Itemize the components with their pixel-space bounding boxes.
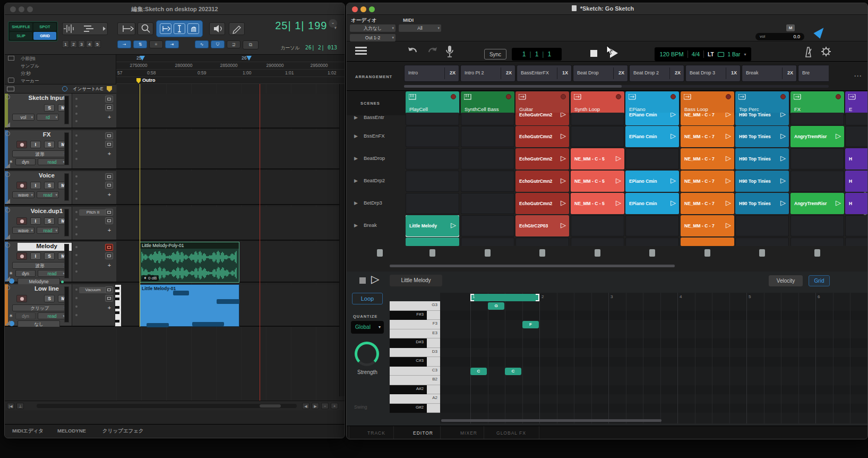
dual-window-icon[interactable]: ⧉ — [243, 40, 259, 49]
solo-button[interactable]: S — [44, 182, 55, 189]
insert-slot-dot[interactable] — [75, 297, 78, 299]
piano-key-A2[interactable]: A2 — [390, 394, 440, 404]
cell-play-icon[interactable]: ▷ — [616, 154, 621, 162]
piano-key-B2[interactable]: B2 — [390, 376, 440, 385]
comments-icon[interactable] — [105, 104, 113, 111]
mini-vol-select[interactable]: vol▾ — [12, 114, 35, 121]
right-titlebar[interactable]: *Sketch: Go Sketch — [347, 3, 867, 15]
ruler-label-bars[interactable]: 小節|拍 — [21, 56, 36, 62]
clip-cell-h[interactable]: H▷ — [845, 193, 868, 214]
scene-column-synthcell-bass[interactable]: SynthCell Bass — [461, 91, 514, 115]
monitor-mute-badge[interactable]: M — [786, 24, 795, 31]
clip-cell-epiano-cmin[interactable]: EPiano Cmin▷ — [625, 113, 679, 125]
piano-key-white-part[interactable] — [427, 404, 440, 413]
empty-cell[interactable] — [461, 126, 514, 147]
column-stop-button[interactable] — [649, 249, 655, 257]
piano-key-A#2[interactable]: A#2 — [390, 385, 427, 395]
scroll-left-icon[interactable]: ◀ — [302, 403, 310, 409]
insert-slot-dot[interactable] — [75, 226, 78, 228]
add-insert-icon[interactable]: + — [106, 191, 113, 198]
metronome-icon[interactable] — [802, 46, 814, 58]
grid-horizontal-scrollbar[interactable] — [390, 265, 675, 267]
track-header-melody[interactable]: Melody▾ISM波形▾∗dynread▾Melodyne+ — [5, 242, 116, 283]
empty-cell[interactable] — [790, 238, 844, 246]
mode-grid[interactable]: GRID — [33, 32, 56, 40]
row-play-icon[interactable]: ▶ — [354, 200, 358, 206]
input-monitor-button[interactable]: I — [30, 252, 41, 260]
piano-key-G3[interactable]: G3 — [390, 301, 440, 311]
editor-horizontal-scrollbar[interactable] — [441, 419, 661, 422]
snap-icon[interactable]: ⊒ — [227, 40, 240, 48]
empty-cell[interactable] — [571, 113, 624, 125]
marker-outro[interactable]: Outro — [136, 78, 179, 84]
piano-key-white-part[interactable] — [427, 338, 440, 348]
cell-play-icon[interactable]: ▷ — [836, 199, 841, 207]
clip-cell-angrytremrisr[interactable]: AngryTremRisr▷ — [790, 193, 844, 214]
grid-row-label-BetDrp3[interactable]: ▶BetDrp3 — [351, 193, 404, 214]
input-monitor-button[interactable]: I — [30, 182, 41, 189]
empty-cell[interactable] — [790, 215, 844, 236]
piano-key-D#3[interactable]: D#3 — [390, 338, 427, 348]
audio-output-select[interactable]: Out 1-2▾ — [350, 34, 396, 41]
piano-key-C3[interactable]: C3 — [390, 367, 440, 376]
clip-gain-badge[interactable]: ✦ 0 dB — [141, 275, 159, 281]
insert-slot-dot[interactable] — [75, 134, 78, 137]
empty-cell[interactable] — [461, 113, 514, 125]
track-lane-3[interactable] — [116, 207, 345, 241]
empty-cell[interactable] — [845, 238, 868, 246]
clip-cell-echgtrc2p03[interactable]: EchGtrC2P03▷ — [515, 215, 569, 236]
empty-cell[interactable] — [571, 238, 624, 246]
vertical-scrollbar[interactable]: ▾ — [339, 56, 345, 396]
piano-roll-grid[interactable]: 123456CGCF — [440, 293, 868, 423]
piano-key-F3[interactable]: F3 — [390, 320, 440, 329]
track-freeze-icon[interactable] — [5, 172, 10, 177]
empty-cell[interactable] — [735, 238, 789, 246]
track-lane-2[interactable] — [116, 171, 345, 205]
left-titlebar[interactable]: 編集:Sketch on desktop 202312 — [5, 3, 345, 15]
scroll-home-icon[interactable]: |◀ — [7, 403, 14, 409]
cell-play-icon[interactable]: ▷ — [836, 132, 841, 140]
piano-key-white-part[interactable] — [427, 385, 440, 395]
cell-play-icon[interactable]: ▷ — [616, 176, 621, 184]
arrangement-scrollbar-handle[interactable] — [404, 85, 622, 88]
insert-slot-dot[interactable] — [75, 314, 78, 316]
empty-cell[interactable] — [406, 126, 459, 147]
add-insert-icon[interactable]: + — [106, 114, 113, 120]
cell-play-icon[interactable]: ▷ — [671, 132, 676, 140]
track-window-icon[interactable] — [105, 173, 113, 180]
clip-cell-ne-mm-c-5[interactable]: NE_MM - C - 5▷ — [571, 193, 624, 214]
scene-column-playcell[interactable]: PlayCell — [406, 91, 459, 115]
clip-cell-h[interactable]: H▷ — [845, 171, 868, 192]
io-view-icon[interactable] — [62, 86, 67, 91]
stop-button[interactable] — [590, 50, 597, 57]
automation-mode-select[interactable]: read▾ — [38, 270, 66, 277]
track-header-low-line[interactable]: Low line▾SMクリップ▾∗dynread▾なしVacuum+ — [5, 284, 116, 327]
cell-play-icon[interactable]: ▷ — [561, 154, 566, 162]
zoomer-tool[interactable] — [137, 22, 153, 35]
column-stop-button[interactable] — [814, 249, 820, 257]
insert-slot-dot[interactable] — [75, 270, 78, 273]
input-monitor-button[interactable]: I — [30, 141, 41, 148]
empty-cell[interactable] — [515, 238, 569, 246]
solo-button[interactable]: S — [44, 141, 55, 148]
clip-cell-little-melody[interactable]: Little Melody▷ — [406, 215, 459, 236]
insert-slot-dot[interactable] — [75, 98, 78, 100]
row-play-icon[interactable]: ▶ — [354, 156, 358, 161]
clip-cell-h90-top-tinies[interactable]: H90 Top Tinies▷ — [735, 193, 789, 214]
empty-cell[interactable] — [571, 215, 624, 236]
arrangement-chip-beat-drop-3[interactable]: Beat Drop 31X — [685, 65, 741, 82]
quantize-select[interactable]: Global ▾ — [351, 321, 384, 334]
midi-note[interactable] — [173, 291, 189, 295]
zoom-preset-5[interactable]: 5 — [94, 40, 101, 48]
arrangement-chip-beat-drop-2[interactable]: Beat Drop 22X — [629, 65, 684, 82]
clip-cell-ne-mm-c-7[interactable]: NE_MM - C - 7▷ — [681, 126, 734, 147]
column-stop-button[interactable] — [429, 249, 435, 257]
position-counter[interactable]: 1| 1| 1 — [512, 48, 562, 61]
scene-record-dot[interactable] — [506, 94, 511, 99]
editor-stop-button[interactable] — [359, 277, 366, 284]
piano-key-G#2[interactable]: G#2 — [390, 404, 427, 413]
record-enable-button[interactable] — [16, 217, 27, 225]
scene-column-synth-loop[interactable]: Synth Loop — [571, 91, 624, 115]
track-extra-select[interactable]: なし — [18, 320, 60, 327]
mini-vol-select[interactable]: wave▾ — [12, 227, 35, 234]
